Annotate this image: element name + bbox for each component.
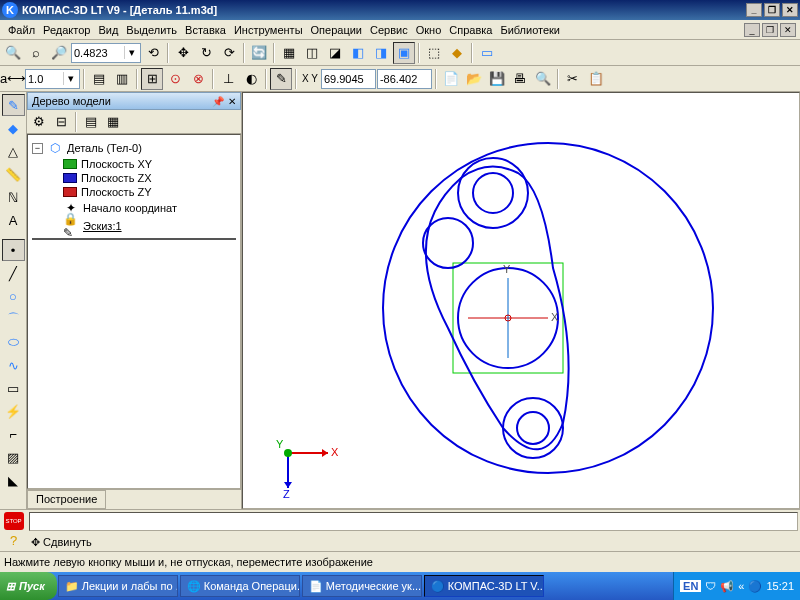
- doc-minimize-button[interactable]: _: [744, 23, 760, 37]
- doc-close-button[interactable]: ✕: [780, 23, 796, 37]
- menu-libs[interactable]: Библиотеки: [496, 22, 564, 38]
- tool-text-icon[interactable]: A: [2, 209, 25, 231]
- tree-plus-icon[interactable]: ⊟: [51, 112, 71, 132]
- refresh-icon[interactable]: 🔄: [248, 42, 270, 64]
- menu-select[interactable]: Выделить: [122, 22, 181, 38]
- scale-icon[interactable]: a⟷: [2, 68, 24, 90]
- view-nohidden-icon[interactable]: ◪: [324, 42, 346, 64]
- view-shaded-icon[interactable]: ◧: [347, 42, 369, 64]
- ortho-icon[interactable]: ⊥: [217, 68, 239, 90]
- command-input[interactable]: [29, 512, 798, 531]
- tool-sketch-icon[interactable]: ✎: [2, 94, 25, 116]
- start-button[interactable]: ⊞ Пуск: [0, 572, 57, 600]
- tree-sheet-icon[interactable]: ▦: [103, 112, 123, 132]
- tool-chamfer-icon[interactable]: ◣: [2, 469, 25, 491]
- snap-end-icon[interactable]: ⊙: [164, 68, 186, 90]
- pan-icon[interactable]: ✥: [172, 42, 194, 64]
- round-icon[interactable]: ◐: [240, 68, 262, 90]
- task-item[interactable]: 🌐Команда Операци...: [180, 575, 300, 597]
- zoom-in-icon[interactable]: 🔎: [48, 42, 70, 64]
- tree-item-plane-zx[interactable]: Плоскость ZX: [48, 171, 236, 185]
- tray-app-icon[interactable]: 🔵: [748, 580, 762, 593]
- minimize-button[interactable]: _: [746, 3, 762, 17]
- tool-point-icon[interactable]: •: [2, 239, 25, 261]
- task-item[interactable]: 📄Методические ук...: [302, 575, 422, 597]
- layer2-icon[interactable]: ▥: [111, 68, 133, 90]
- layer-icon[interactable]: ▤: [88, 68, 110, 90]
- snap-mid-icon[interactable]: ⊗: [187, 68, 209, 90]
- tool-measure-icon[interactable]: 📏: [2, 163, 25, 185]
- tool-arc-icon[interactable]: ⌒: [2, 308, 25, 330]
- tool-ellipse-icon[interactable]: ⬭: [2, 331, 25, 353]
- menu-service[interactable]: Сервис: [366, 22, 412, 38]
- task-item-active[interactable]: 🔵КОМПАС-3D LT V...: [424, 575, 544, 597]
- system-tray[interactable]: EN 🛡 📢 « 🔵 15:21: [673, 572, 800, 600]
- maximize-button[interactable]: ❐: [764, 3, 780, 17]
- tray-speaker-icon[interactable]: 📢: [720, 580, 734, 593]
- tool-polyline-icon[interactable]: ⚡: [2, 400, 25, 422]
- preview-icon[interactable]: 🔍: [532, 68, 554, 90]
- menu-window[interactable]: Окно: [412, 22, 446, 38]
- scale-combo[interactable]: 1.0 ▾: [25, 69, 80, 89]
- save-icon[interactable]: 💾: [486, 68, 508, 90]
- stop-icon[interactable]: STOP: [4, 512, 24, 530]
- zoom-fit-icon[interactable]: ⌕: [25, 42, 47, 64]
- dropdown-icon[interactable]: ▾: [124, 46, 138, 59]
- tree-list-icon[interactable]: ▤: [81, 112, 101, 132]
- view-shaded-edges-icon[interactable]: ◨: [370, 42, 392, 64]
- open-icon[interactable]: 📂: [463, 68, 485, 90]
- menu-editor[interactable]: Редактор: [39, 22, 94, 38]
- expander-icon[interactable]: −: [32, 143, 43, 154]
- viewport[interactable]: X Y X Z Y: [242, 92, 800, 509]
- cut-icon[interactable]: ✂: [562, 68, 584, 90]
- copy-icon[interactable]: 📋: [585, 68, 607, 90]
- tree-body[interactable]: − ⬡ Деталь (Тел-0) Плоскость XY Плоскост…: [27, 134, 241, 489]
- help-icon[interactable]: ?: [4, 531, 24, 549]
- view-mode-icon[interactable]: ◆: [446, 42, 468, 64]
- lang-indicator[interactable]: EN: [680, 580, 701, 592]
- view-perspective-icon[interactable]: ▣: [393, 42, 415, 64]
- tree-close-icon[interactable]: ✕: [228, 96, 236, 107]
- clock[interactable]: 15:21: [766, 580, 794, 592]
- move-tab[interactable]: ✥ Сдвинуть: [27, 533, 800, 551]
- tree-header[interactable]: Дерево модели 📌 ✕: [27, 92, 241, 110]
- new-icon[interactable]: 📄: [440, 68, 462, 90]
- tree-item-sketch1[interactable]: 🔒✎ Эскиз:1: [48, 217, 236, 235]
- tool-line-icon[interactable]: ╱: [2, 262, 25, 284]
- print-icon[interactable]: 🖶: [509, 68, 531, 90]
- menu-help[interactable]: Справка: [445, 22, 496, 38]
- view-hidden-icon[interactable]: ◫: [301, 42, 323, 64]
- view-wireframe-icon[interactable]: ▦: [278, 42, 300, 64]
- snap-grid-icon[interactable]: ⊞: [141, 68, 163, 90]
- coord-y-input[interactable]: -86.402: [377, 69, 432, 89]
- menu-view[interactable]: Вид: [94, 22, 122, 38]
- menu-operations[interactable]: Операции: [307, 22, 366, 38]
- sketch-mode-icon[interactable]: ✎: [270, 68, 292, 90]
- tree-tab-build[interactable]: Построение: [27, 490, 106, 509]
- menu-tools[interactable]: Инструменты: [230, 22, 307, 38]
- coord-x-input[interactable]: 69.9045: [321, 69, 376, 89]
- tray-chevron-icon[interactable]: «: [738, 580, 744, 592]
- pin-icon[interactable]: 📌: [212, 96, 224, 107]
- close-button[interactable]: ✕: [782, 3, 798, 17]
- zoom-window-icon[interactable]: 🔍: [2, 42, 24, 64]
- tray-shield-icon[interactable]: 🛡: [705, 580, 716, 592]
- task-item[interactable]: 📁Лекции и лабы по ...: [58, 575, 178, 597]
- doc-restore-button[interactable]: ❐: [762, 23, 778, 37]
- tree-item-plane-zy[interactable]: Плоскость ZY: [48, 185, 236, 199]
- view-simplify-icon[interactable]: ▭: [476, 42, 498, 64]
- tool-circle-icon[interactable]: ○: [2, 285, 25, 307]
- zoom-combo[interactable]: 0.4823 ▾: [71, 43, 141, 63]
- tree-root[interactable]: − ⬡ Деталь (Тел-0): [32, 139, 236, 157]
- orbit-icon[interactable]: ⟳: [218, 42, 240, 64]
- tool-rect-icon[interactable]: ▭: [2, 377, 25, 399]
- tool-fillet-icon[interactable]: ⌐: [2, 423, 25, 445]
- rotate-icon[interactable]: ↻: [195, 42, 217, 64]
- zoom-prev-icon[interactable]: ⟲: [142, 42, 164, 64]
- view-iso-icon[interactable]: ⬚: [423, 42, 445, 64]
- menu-insert[interactable]: Вставка: [181, 22, 230, 38]
- tree-item-plane-xy[interactable]: Плоскость XY: [48, 157, 236, 171]
- tool-aux-icon[interactable]: △: [2, 140, 25, 162]
- tool-spline-icon[interactable]: ∿: [2, 354, 25, 376]
- tool-spatial-icon[interactable]: ℕ: [2, 186, 25, 208]
